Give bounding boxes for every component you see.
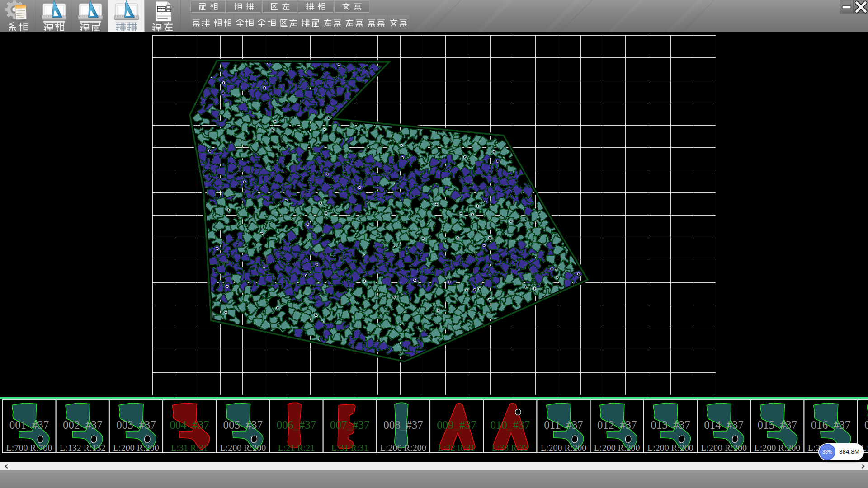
- svg-text:014_#37: 014_#37: [704, 419, 744, 431]
- svg-text:012_#37: 012_#37: [597, 419, 637, 431]
- svg-text:004_#37: 004_#37: [170, 419, 209, 431]
- svg-text:009_#37: 009_#37: [437, 419, 476, 431]
- svg-text:013_#37: 013_#37: [651, 419, 690, 431]
- svg-text:L:200 R:200: L:200 R:200: [113, 443, 159, 453]
- svg-text:001_#37: 001_#37: [9, 419, 49, 431]
- svg-text:015_#37: 015_#37: [758, 419, 797, 431]
- svg-text:L:200 R:200: L:200 R:200: [594, 443, 640, 453]
- svg-text:L:32 R:31: L:32 R:31: [438, 443, 475, 453]
- svg-text:017_#37: 017_#37: [864, 419, 868, 431]
- svg-text:L:31 R:31: L:31 R:31: [331, 443, 368, 453]
- svg-text:011_#37: 011_#37: [544, 419, 583, 431]
- svg-text:007_#37: 007_#37: [330, 419, 370, 431]
- svg-text:L:200 R:200: L:200 R:200: [380, 443, 426, 453]
- svg-text:L:200 R:200: L:200 R:200: [701, 443, 747, 453]
- svg-text:016_#37: 016_#37: [811, 419, 851, 431]
- svg-text:L:200 R:200: L:200 R:200: [220, 443, 266, 453]
- svg-text:008_#37: 008_#37: [383, 419, 423, 431]
- svg-text:002_#37: 002_#37: [63, 419, 103, 431]
- svg-text:L:132 R:132: L:132 R:132: [60, 443, 106, 453]
- svg-text:L:200 R:200: L:200 R:200: [754, 443, 800, 453]
- svg-text:L:33 R:33: L:33 R:33: [491, 443, 528, 453]
- svg-text:005_#37: 005_#37: [223, 419, 263, 431]
- svg-text:L:200 R:200: L:200 R:200: [541, 443, 587, 453]
- svg-text:L:200 R:200: L:200 R:200: [647, 443, 693, 453]
- svg-text:L:700 R:700: L:700 R:700: [6, 443, 52, 453]
- svg-text:L:21 R:21: L:21 R:21: [278, 443, 315, 453]
- svg-text:L:31 R:31: L:31 R:31: [171, 443, 208, 453]
- svg-text:010_#37: 010_#37: [491, 419, 530, 431]
- svg-text:003_#37: 003_#37: [116, 419, 156, 431]
- svg-text:006_#37: 006_#37: [277, 419, 316, 431]
